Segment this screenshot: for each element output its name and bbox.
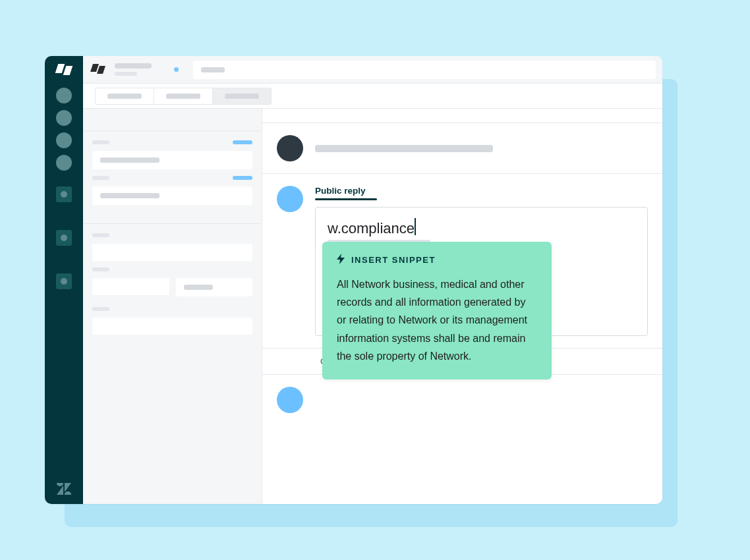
nav-users[interactable] <box>56 132 72 148</box>
next-avatar-icon <box>277 387 303 413</box>
next-comment-block <box>262 375 662 425</box>
reply-mode-underline <box>315 198 377 200</box>
topbar <box>83 56 662 84</box>
omnibar[interactable] <box>193 61 656 79</box>
ticket-body: Public reply w.compliance <box>83 109 662 504</box>
sidebar-field-4b[interactable] <box>176 278 253 296</box>
sidebar-field-2[interactable] <box>92 186 252 205</box>
sidebar-field-5[interactable] <box>92 318 252 335</box>
sidebar-field-3[interactable] <box>92 244 252 261</box>
requester-avatar-icon <box>277 135 303 161</box>
snippet-header: INSERT SNIPPET <box>351 255 436 265</box>
agent-avatar-icon <box>277 186 303 212</box>
nav-tickets[interactable] <box>56 110 72 126</box>
view-tab-3[interactable] <box>213 88 272 105</box>
nav-rail <box>45 56 83 504</box>
sidebar-field-1[interactable] <box>92 151 252 169</box>
conversation-header <box>262 123 662 174</box>
main-column: Public reply w.compliance <box>83 56 662 504</box>
conversation-pane: Public reply w.compliance <box>262 109 662 504</box>
tab-title[interactable] <box>115 63 152 76</box>
sidebar-tag-1 <box>233 140 252 144</box>
snippet-body: All Network business, medical and other … <box>337 275 537 365</box>
nav-reports[interactable] <box>56 155 72 171</box>
ticket-sidebar <box>83 109 262 504</box>
reply-mode-tab[interactable]: Public reply <box>315 186 648 196</box>
nav-overview[interactable] <box>56 88 72 103</box>
view-tabs <box>83 84 662 109</box>
reply-editor[interactable]: w.compliance INSERT SNIPPET <box>315 207 648 336</box>
reply-input-text[interactable]: w.compliance <box>328 220 415 237</box>
tab-unsaved-indicator-icon <box>174 67 179 72</box>
svg-point-0 <box>57 483 63 486</box>
brand-logo-icon <box>54 64 74 77</box>
app-2[interactable] <box>56 230 72 246</box>
view-tab-1[interactable] <box>95 88 154 105</box>
app-3[interactable] <box>56 273 72 289</box>
snippet-popover[interactable]: INSERT SNIPPET All Network business, med… <box>322 242 552 379</box>
view-tab-2[interactable] <box>154 88 213 105</box>
sidebar-section-1 <box>83 131 262 224</box>
lightning-icon <box>337 254 345 266</box>
sidebar-tag-2 <box>233 176 252 180</box>
text-cursor-icon <box>415 218 416 235</box>
reply-block: Public reply w.compliance <box>262 174 662 349</box>
app-window: Public reply w.compliance <box>45 56 662 504</box>
app-1[interactable] <box>56 186 72 202</box>
zendesk-logo-icon <box>57 483 71 495</box>
sidebar-section-2 <box>83 224 262 353</box>
tab-app-icon <box>90 64 107 76</box>
sidebar-field-4a[interactable] <box>92 278 169 295</box>
